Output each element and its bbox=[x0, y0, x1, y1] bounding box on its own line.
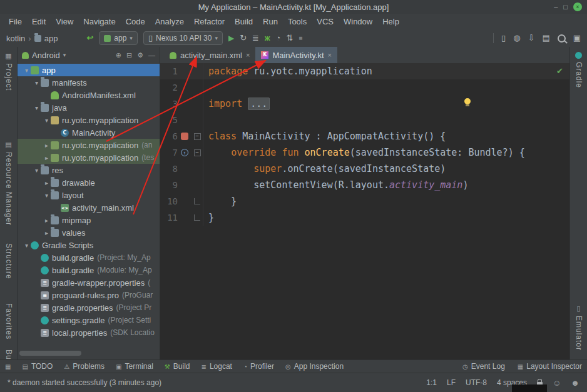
file-encoding[interactable]: UTF-8 bbox=[466, 378, 487, 387]
tree-item-build-gradle-module[interactable]: build.gradle (Module: My_Ap bbox=[18, 264, 160, 276]
code-line[interactable]: 6 − class MainActivity : AppCompatActivi… bbox=[160, 128, 569, 144]
status-smiley-icon[interactable]: ☻ bbox=[571, 378, 579, 388]
code-line[interactable]: 5 bbox=[160, 112, 569, 128]
code-line[interactable]: 2 bbox=[160, 79, 569, 96]
attach-debugger-icon[interactable]: ⇅ bbox=[286, 33, 293, 43]
chevron-right-icon[interactable]: ▸ bbox=[43, 142, 51, 149]
tool-profiler[interactable]: ◔ Profiler bbox=[243, 362, 274, 371]
override-method-icon[interactable]: ↑ bbox=[181, 149, 188, 156]
tree-item-settings-gradle[interactable]: settings.gradle (Project Setti bbox=[18, 314, 160, 326]
close-button[interactable]: × bbox=[573, 3, 582, 11]
sync-project-icon[interactable]: ↩ bbox=[86, 33, 93, 43]
code-line[interactable]: 3 import ... bbox=[160, 96, 569, 112]
tree-item-proguard-rules[interactable]: proguard-rules.pro (ProGuar bbox=[18, 289, 160, 301]
tool-logcat[interactable]: ≣ Logcat bbox=[201, 362, 232, 371]
project-view-selector[interactable]: Android bbox=[32, 51, 60, 60]
stop-button[interactable]: ■ bbox=[299, 33, 302, 43]
tool-problems[interactable]: ⚠ Problems bbox=[64, 362, 105, 371]
tree-item-app[interactable]: ▾ app bbox=[18, 64, 160, 76]
code-line[interactable]: 1 package ru.yotc.myapplication bbox=[160, 63, 569, 79]
apply-changes-icon[interactable]: ↻ bbox=[240, 33, 247, 43]
chevron-down-icon[interactable]: ▾ bbox=[23, 67, 31, 74]
close-tab-icon[interactable]: × bbox=[328, 51, 332, 59]
tree-item-java[interactable]: ▾ java bbox=[18, 101, 160, 114]
tree-item-package[interactable]: ▾ ru.yotc.myapplication bbox=[18, 114, 160, 126]
chevron-down-icon[interactable]: ▾ bbox=[33, 167, 41, 174]
tree-item-manifests[interactable]: ▾ manifests bbox=[18, 76, 160, 89]
tool-build[interactable]: ⚒ Build bbox=[165, 362, 190, 371]
gradle-sync-icon[interactable]: ◍ bbox=[513, 33, 520, 43]
tree-item-mainactivity[interactable]: MainActivity bbox=[18, 126, 160, 139]
tree-item-res[interactable]: ▾ res bbox=[18, 164, 160, 176]
menu-help[interactable]: Help bbox=[377, 17, 404, 26]
hector-inspector-icon[interactable]: ☺ bbox=[553, 378, 561, 388]
device-manager-icon[interactable]: ▯ bbox=[501, 33, 506, 43]
fold-collapse-icon[interactable]: − bbox=[194, 133, 201, 140]
line-separator[interactable]: LF bbox=[447, 378, 456, 387]
stripe-emulator[interactable]: ▯ Emulator bbox=[574, 304, 583, 351]
code-line[interactable]: 9 setContentView(R.layout.activity_main) bbox=[160, 177, 569, 193]
scrollbar-thumb[interactable] bbox=[19, 351, 81, 356]
tool-app-inspection[interactable]: ◎ App Inspection bbox=[285, 362, 344, 371]
menu-analyze[interactable]: Analyze bbox=[150, 17, 189, 26]
tree-item-drawable[interactable]: ▸ drawable bbox=[18, 176, 160, 189]
chevron-right-icon[interactable]: ▸ bbox=[43, 229, 51, 236]
search-icon[interactable] bbox=[558, 34, 566, 43]
stripe-structure[interactable]: Structure bbox=[4, 243, 13, 279]
chevron-down-icon[interactable]: ▾ bbox=[43, 192, 51, 199]
tree-item-local-properties[interactable]: local.properties (SDK Locatio bbox=[18, 326, 160, 339]
code-line[interactable]: 10 } bbox=[160, 193, 569, 209]
tree-item-values[interactable]: ▸ values bbox=[18, 226, 160, 239]
breadcrumb-folder[interactable]: app bbox=[44, 34, 58, 43]
tab-activity-main-xml[interactable]: activity_main.xml × bbox=[164, 47, 255, 63]
code-line[interactable]: 7 ↑ − override fun onCreate(savedInstanc… bbox=[160, 144, 569, 161]
caret-position[interactable]: 1:1 bbox=[426, 378, 437, 387]
stripe-gradle[interactable]: Gradle bbox=[574, 52, 583, 88]
stripe-project[interactable]: ▦ Project bbox=[4, 52, 13, 91]
tree-item-gradle-properties[interactable]: gradle.properties (Project Pr bbox=[18, 301, 160, 314]
maximize-button[interactable]: □ bbox=[563, 3, 568, 11]
horizontal-scrollbar[interactable] bbox=[19, 351, 158, 356]
tree-item-activity-main-xml[interactable]: activity_main.xml bbox=[18, 201, 160, 214]
close-tab-icon[interactable]: × bbox=[246, 51, 250, 59]
menu-navigate[interactable]: Navigate bbox=[78, 17, 120, 26]
minimize-button[interactable]: – bbox=[554, 3, 558, 11]
stripe-resource-manager[interactable]: ▤ Resource Manager bbox=[4, 141, 13, 226]
menu-refactor[interactable]: Refactor bbox=[189, 17, 230, 26]
tool-todo[interactable]: ▤ TODO bbox=[22, 362, 53, 371]
avd-manager-icon[interactable]: ▤ bbox=[542, 33, 549, 43]
tree-item-layout[interactable]: ▾ layout bbox=[18, 189, 160, 201]
menu-code[interactable]: Code bbox=[121, 17, 150, 26]
run-config-combo[interactable]: app ▾ bbox=[99, 31, 138, 45]
debug-button[interactable]: ж bbox=[265, 33, 270, 43]
chevron-down-icon[interactable]: ▾ bbox=[33, 79, 41, 86]
sdk-manager-icon[interactable]: ⇩ bbox=[528, 33, 535, 43]
code-line[interactable]: 11 } bbox=[160, 209, 569, 226]
menu-build[interactable]: Build bbox=[230, 17, 258, 26]
code-line[interactable]: 8 super.onCreate(savedInstanceState) bbox=[160, 161, 569, 177]
inspection-ok-icon[interactable]: ✔ bbox=[556, 66, 563, 76]
tree-item-gradle-scripts[interactable]: ▾ Gradle Scripts bbox=[18, 239, 160, 251]
device-combo[interactable]: ▯ Nexus 10 API 30 ▾ bbox=[143, 31, 223, 45]
tree-item-package-test[interactable]: ▸ ru.yotc.myapplication (tes bbox=[18, 151, 160, 164]
coverage-icon[interactable]: ≣ bbox=[252, 33, 259, 43]
menu-vcs[interactable]: VCS bbox=[312, 17, 339, 26]
menu-window[interactable]: Window bbox=[339, 17, 377, 26]
tree-item-mipmap[interactable]: ▸ mipmap bbox=[18, 214, 160, 226]
run-button[interactable]: ▶ bbox=[228, 33, 234, 43]
menu-view[interactable]: View bbox=[51, 17, 78, 26]
chevron-down-icon[interactable]: ▾ bbox=[43, 117, 51, 124]
settings-gear-icon[interactable]: ⚙ bbox=[137, 51, 143, 59]
chevron-down-icon[interactable]: ▾ bbox=[23, 242, 31, 249]
window-layout-icon[interactable]: ▣ bbox=[573, 33, 581, 43]
code-editor[interactable]: 1 package ru.yotc.myapplication 2 3 impo… bbox=[160, 63, 569, 359]
tree-item-gradle-wrapper[interactable]: gradle-wrapper.properties ( bbox=[18, 276, 160, 289]
breadcrumb-module[interactable]: kotlin bbox=[6, 34, 25, 43]
chevron-down-icon[interactable]: ▾ bbox=[33, 104, 41, 111]
fold-end-icon[interactable] bbox=[194, 198, 200, 204]
fold-end-icon[interactable] bbox=[194, 214, 200, 221]
chevron-right-icon[interactable]: ▸ bbox=[43, 217, 51, 224]
menu-tools[interactable]: Tools bbox=[283, 17, 312, 26]
chevron-right-icon[interactable]: ▸ bbox=[43, 179, 51, 186]
fold-collapse-icon[interactable]: − bbox=[194, 149, 201, 156]
